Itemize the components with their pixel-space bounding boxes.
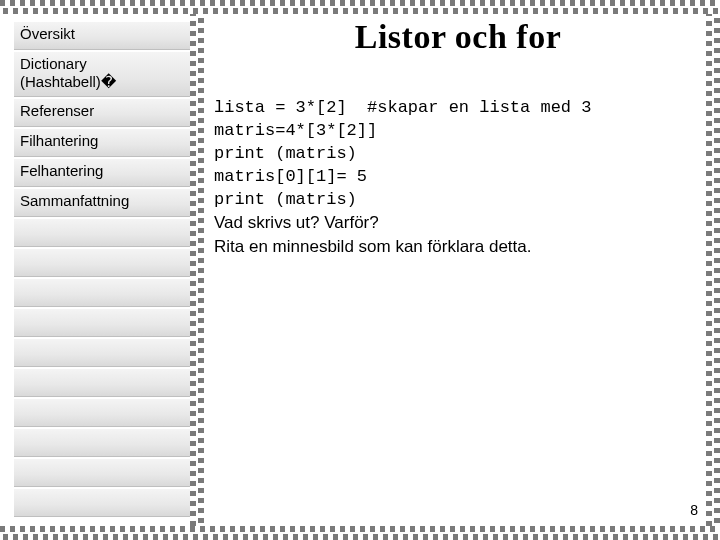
border-bottom	[0, 526, 720, 540]
sidebar: Översikt Dictionary (Hashtabell)� Refere…	[14, 20, 190, 517]
slide: Översikt Dictionary (Hashtabell)� Refere…	[0, 0, 720, 540]
sidebar-item-empty	[14, 397, 190, 427]
slide-title: Listor och for	[214, 18, 702, 56]
sidebar-item-empty	[14, 217, 190, 247]
sidebar-item-empty	[14, 367, 190, 397]
question-line: Vad skrivs ut? Varför?	[214, 213, 379, 232]
sidebar-item-referenser[interactable]: Referenser	[14, 97, 190, 127]
code-line: print (matris)	[214, 144, 357, 163]
page-number: 8	[690, 502, 698, 518]
sidebar-item-empty	[14, 457, 190, 487]
sidebar-item-empty	[14, 427, 190, 457]
code-line: matris[0][1]= 5	[214, 167, 367, 186]
border-top	[0, 0, 720, 14]
sidebar-item-empty	[14, 487, 190, 517]
code-line: matris=4*[3*[2]]	[214, 121, 377, 140]
sidebar-item-oversikt[interactable]: Översikt	[14, 20, 190, 50]
content: Listor och for lista = 3*[2] #skapar en …	[214, 18, 702, 522]
sidebar-item-felhantering[interactable]: Felhantering	[14, 157, 190, 187]
question-line: Rita en minnesbild som kan förklara dett…	[214, 237, 532, 256]
sidebar-item-filhantering[interactable]: Filhantering	[14, 127, 190, 157]
border-right	[706, 14, 720, 526]
border-divider	[190, 14, 204, 526]
sidebar-item-empty	[14, 307, 190, 337]
sidebar-item-empty	[14, 247, 190, 277]
sidebar-item-empty	[14, 337, 190, 367]
code-line: lista = 3*[2] #skapar en lista med 3	[214, 98, 591, 117]
slide-body: lista = 3*[2] #skapar en lista med 3 mat…	[214, 74, 702, 260]
code-line: print (matris)	[214, 190, 357, 209]
sidebar-item-sammanfattning[interactable]: Sammanfattning	[14, 187, 190, 217]
sidebar-item-empty	[14, 277, 190, 307]
sidebar-item-dictionary[interactable]: Dictionary (Hashtabell)�	[14, 50, 190, 97]
